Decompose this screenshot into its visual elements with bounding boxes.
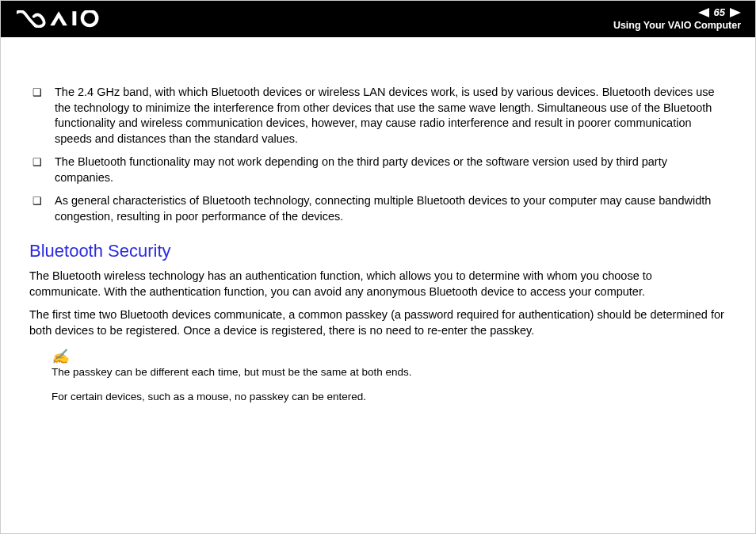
note-icon: ✍ [52, 349, 727, 364]
list-item: As general characteristics of Bluetooth … [52, 193, 727, 224]
note-text: For certain devices, such as a mouse, no… [52, 390, 727, 404]
vaio-logo [17, 10, 120, 28]
document-page: 65 Using Your VAIO Computer The 2.4 GHz … [0, 0, 756, 534]
note-text: The passkey can be different each time, … [52, 365, 727, 380]
page-content: The 2.4 GHz band, with which Bluetooth d… [1, 37, 755, 404]
svg-rect-0 [72, 11, 76, 25]
note-block: ✍ The passkey can be different each time… [29, 349, 727, 403]
breadcrumb: Using Your VAIO Computer [613, 20, 741, 32]
next-page-arrow-icon[interactable] [730, 8, 741, 17]
svg-marker-3 [730, 8, 741, 17]
bullet-list: The 2.4 GHz band, with which Bluetooth d… [29, 85, 727, 225]
list-item: The Bluetooth functionality may not work… [52, 154, 727, 185]
page-number: 65 [714, 6, 725, 19]
section-heading: Bluetooth Security [29, 239, 727, 263]
body-paragraph: The Bluetooth wireless technology has an… [29, 269, 727, 299]
svg-point-1 [82, 11, 97, 25]
list-item: The 2.4 GHz band, with which Bluetooth d… [52, 85, 727, 147]
header-right: 65 Using Your VAIO Computer [613, 6, 741, 32]
svg-marker-2 [698, 8, 709, 17]
body-paragraph: The first time two Bluetooth devices com… [29, 307, 727, 338]
prev-page-arrow-icon[interactable] [698, 8, 709, 17]
page-nav: 65 [613, 6, 741, 19]
page-header: 65 Using Your VAIO Computer [1, 1, 755, 37]
